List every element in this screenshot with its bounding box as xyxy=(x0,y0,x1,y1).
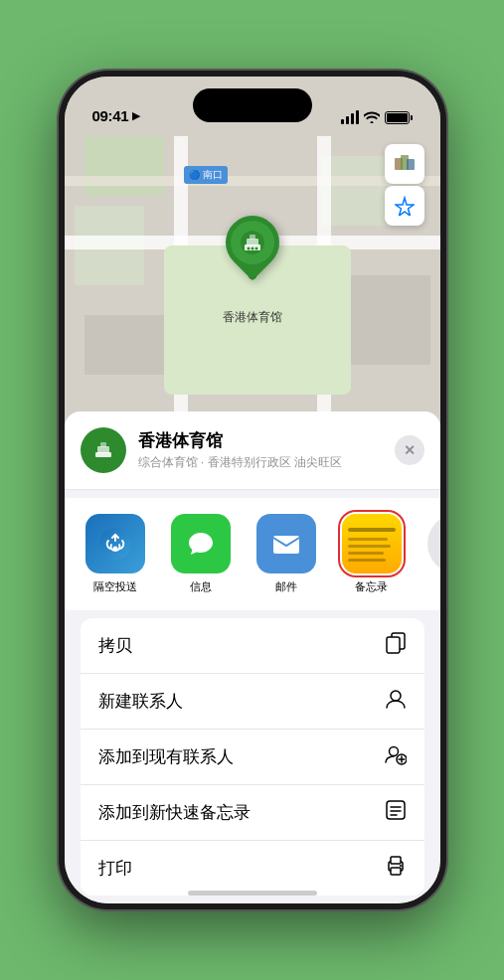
notes-label: 备忘录 xyxy=(355,579,388,594)
phone-screen: 09:41 ▶ xyxy=(65,77,440,903)
svg-rect-26 xyxy=(391,857,401,864)
marker-pin xyxy=(214,205,289,280)
map-blue-label: 🔵 南口 xyxy=(184,166,228,184)
status-icons xyxy=(341,110,413,124)
svg-point-14 xyxy=(99,528,131,560)
action-add-quick-note-label: 添加到新快速备忘录 xyxy=(98,801,251,824)
action-new-contact-label: 新建联系人 xyxy=(98,690,183,713)
wifi-icon xyxy=(364,111,380,123)
map-type-button[interactable] xyxy=(385,144,424,184)
action-add-existing-label: 添加到现有联系人 xyxy=(98,745,234,768)
location-subtitle: 综合体育馆 · 香港特别行政区 油尖旺区 xyxy=(138,454,383,471)
location-card-icon xyxy=(81,427,126,473)
copy-icon xyxy=(385,632,407,659)
share-app-notes[interactable]: 备忘录 xyxy=(337,514,407,594)
bottom-sheet: 香港体育馆 综合体育馆 · 香港特别行政区 油尖旺区 ✕ xyxy=(65,411,440,903)
action-print[interactable]: 打印 xyxy=(81,841,424,896)
svg-point-21 xyxy=(391,691,401,701)
action-copy[interactable]: 拷贝 xyxy=(81,618,424,674)
svg-rect-6 xyxy=(250,235,255,240)
svg-rect-2 xyxy=(407,159,415,170)
svg-rect-12 xyxy=(97,446,109,453)
home-indicator xyxy=(188,891,317,896)
marker-label: 香港体育馆 xyxy=(223,309,282,326)
location-card: 香港体育馆 综合体育馆 · 香港特别行政区 油尖旺区 ✕ xyxy=(65,411,440,490)
action-add-existing-contact[interactable]: 添加到现有联系人 xyxy=(81,730,424,785)
action-new-contact[interactable]: 新建联系人 xyxy=(81,674,424,730)
notes-icon xyxy=(342,514,402,573)
svg-rect-5 xyxy=(247,239,258,245)
close-button[interactable]: ✕ xyxy=(395,435,424,465)
location-info: 香港体育馆 综合体育馆 · 香港特别行政区 油尖旺区 xyxy=(138,429,383,471)
share-app-messages[interactable]: 信息 xyxy=(166,514,236,594)
action-print-label: 打印 xyxy=(98,857,132,880)
marker-pin-inner xyxy=(231,221,274,264)
action-list: 拷贝 新建联系人 xyxy=(81,618,424,896)
signal-bars xyxy=(341,110,359,124)
svg-rect-24 xyxy=(387,801,405,819)
dynamic-island xyxy=(193,88,312,122)
action-copy-label: 拷贝 xyxy=(98,634,132,657)
new-contact-icon xyxy=(385,688,407,715)
print-icon xyxy=(385,855,407,882)
svg-point-22 xyxy=(389,747,398,756)
svg-rect-27 xyxy=(391,868,401,875)
add-contact-icon xyxy=(385,743,407,770)
quick-note-icon xyxy=(385,799,407,826)
map-marker: 香港体育馆 xyxy=(223,216,282,326)
messages-icon xyxy=(171,514,231,573)
messages-label: 信息 xyxy=(190,579,212,594)
svg-rect-13 xyxy=(100,442,106,447)
phone-frame: 09:41 ▶ xyxy=(59,71,446,909)
map-controls xyxy=(385,144,424,226)
svg-rect-20 xyxy=(387,637,400,653)
airdrop-icon xyxy=(85,514,145,573)
more-icon xyxy=(427,514,440,573)
svg-point-28 xyxy=(400,865,402,867)
mail-icon xyxy=(256,514,316,573)
battery-icon xyxy=(385,111,413,124)
share-apps-row: 隔空投送 信息 xyxy=(65,498,440,610)
share-app-airdrop[interactable]: 隔空投送 xyxy=(81,514,150,594)
status-time: 09:41 xyxy=(92,107,129,124)
location-arrow-icon: ▶ xyxy=(132,109,140,122)
action-add-quick-note[interactable]: 添加到新快速备忘录 xyxy=(81,785,424,841)
share-app-more[interactable] xyxy=(422,514,440,579)
share-app-mail[interactable]: 邮件 xyxy=(252,514,321,594)
svg-point-15 xyxy=(112,547,117,552)
location-name: 香港体育馆 xyxy=(138,429,383,452)
airdrop-label: 隔空投送 xyxy=(93,579,137,594)
location-button[interactable] xyxy=(385,186,424,226)
mail-label: 邮件 xyxy=(275,579,297,594)
notes-lines xyxy=(342,520,402,568)
